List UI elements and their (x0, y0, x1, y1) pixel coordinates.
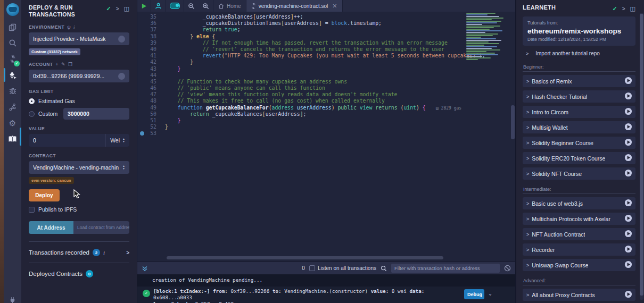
deploy-and-run-icon[interactable] (4, 67, 21, 83)
breakpoint-dot[interactable] (140, 131, 144, 136)
transactions-recorded-row[interactable]: Transactions recorded 2 i > (29, 242, 129, 263)
code-line[interactable]: 45 // Function to check how many cupcake… (137, 79, 485, 85)
terminal-filter-input[interactable] (391, 264, 500, 273)
play-tutorial-icon[interactable] (624, 77, 632, 86)
listen-all-transactions[interactable]: Listen on all transactions (309, 265, 376, 271)
play-tutorial-icon[interactable] (624, 92, 632, 101)
plugin-manager-icon[interactable] (4, 291, 21, 303)
play-tutorial-icon[interactable] (624, 154, 632, 163)
code-line[interactable]: 43 } (137, 66, 485, 72)
environment-info-icon[interactable]: i (73, 24, 75, 30)
play-tutorial-icon[interactable] (624, 290, 632, 299)
deployed-contracts-row[interactable]: Deployed Contracts 0 (29, 263, 129, 284)
tutorial-expand-icon[interactable]: > (526, 292, 529, 298)
tutorial-expand-icon[interactable]: > (526, 201, 529, 206)
tutorial-expand-icon[interactable]: > (526, 94, 529, 99)
solidity-compiler-icon[interactable]: ✓ (4, 51, 21, 67)
play-tutorial-icon[interactable] (624, 260, 632, 270)
account-select[interactable]: 0xf39...92266 (9999.99929... (29, 70, 129, 82)
code-line[interactable]: 41 revert("HTTP 429: Too Many Cupcakes (… (137, 53, 485, 59)
tutorial-item[interactable]: >Hash Checker Tutorial (523, 90, 635, 103)
tutorial-expand-icon[interactable]: > (526, 216, 529, 222)
learneth-plugin-icon[interactable] (4, 131, 21, 147)
at-address-input[interactable]: Load contract from Addres (73, 221, 129, 234)
plug-icon[interactable]: ψ (67, 24, 71, 30)
tutorial-item[interactable]: >Uniswap Swap Course (523, 259, 635, 271)
editor-horizontal-scrollbar[interactable] (167, 256, 443, 259)
play-tutorial-icon[interactable] (624, 123, 632, 132)
play-tutorial-icon[interactable] (624, 199, 632, 208)
code-line[interactable]: 36 _cupcakeDistributionTimes[userAddress… (137, 20, 485, 27)
code-line[interactable]: 44 (137, 72, 485, 79)
custom-gas-radio[interactable] (29, 111, 35, 117)
tutorial-expand-icon[interactable]: > (526, 263, 529, 268)
code-line[interactable]: 40 // 'revert' cancels the transaction a… (137, 46, 485, 53)
tutorial-item[interactable]: >Multisig Wallet (523, 121, 635, 133)
learneth-scrollbar-thumb[interactable] (640, 14, 643, 296)
code-line[interactable]: 46 // 'public' means anyone can call thi… (137, 85, 485, 91)
transactions-expand-icon[interactable]: > (126, 250, 129, 256)
tutorial-item[interactable]: >Basics of Remix (523, 75, 635, 87)
transaction-log-row[interactable]: ✓ [block:1 txIndex:-] from: 0xf39...9226… (137, 287, 515, 303)
clear-console-icon[interactable] (504, 265, 511, 272)
import-tutorial-repo[interactable]: > Import another tutorial repo (523, 46, 635, 61)
play-tutorial-icon[interactable] (624, 214, 632, 223)
tab-close-icon[interactable]: ✕ (332, 3, 337, 10)
listen-checkbox[interactable] (309, 265, 315, 271)
tutorial-expand-icon[interactable]: > (526, 125, 529, 130)
play-tutorial-icon[interactable] (624, 138, 632, 147)
play-tutorial-icon[interactable] (624, 107, 632, 116)
remix-logo-icon[interactable] (4, 0, 21, 19)
transactions-info-icon[interactable]: i (103, 249, 105, 256)
tutorial-item[interactable]: >NFT Auction Contract (523, 228, 635, 240)
learneth-collapse-icon[interactable]: > (622, 6, 625, 12)
play-tutorial-icon[interactable] (624, 169, 632, 178)
zoom-in-button[interactable] (199, 0, 213, 12)
tutorial-expand-icon[interactable]: > (526, 140, 529, 146)
code-line[interactable]: 37 return true; (137, 27, 485, 33)
play-tutorial-icon[interactable] (624, 230, 632, 239)
estimated-gas-option[interactable]: Estimated Gas (29, 98, 129, 104)
at-address-button[interactable]: At Address (29, 221, 73, 234)
code-line[interactable]: 51 } (137, 117, 485, 124)
tutorial-expand-icon[interactable]: > (526, 79, 529, 84)
debugger-icon[interactable] (4, 83, 21, 99)
minimap[interactable] (466, 13, 509, 64)
tutorial-item[interactable]: >All about Proxy Contracts (523, 289, 635, 301)
code-line[interactable]: 42 } (137, 59, 485, 65)
edit-account-icon[interactable]: ✎ (61, 62, 65, 67)
tutorial-expand-icon[interactable]: > (526, 171, 529, 176)
tutorial-item[interactable]: >Multichain Protocols with Axelar (523, 213, 635, 225)
code-line[interactable]: 48 // This makes it free to call (no gas… (137, 98, 485, 104)
custom-gas-option[interactable]: Custom 3000000 (29, 108, 129, 120)
code-line[interactable]: 50 return _cupcakeBalances[userAddress]; (137, 111, 485, 117)
tutorial-expand-icon[interactable]: > (526, 232, 529, 237)
unit-stepper-icon[interactable]: ▲▼ (122, 138, 125, 143)
solidity-analyzer-icon[interactable] (4, 99, 21, 115)
ai-toggle[interactable] (166, 0, 184, 12)
contract-select[interactable]: VendingMachine - vending-machin ▲▼ (29, 161, 129, 174)
play-tutorial-icon[interactable] (624, 245, 632, 254)
panel-collapse-icon[interactable]: > (116, 6, 119, 12)
publish-ipfs-checkbox[interactable] (29, 207, 35, 213)
code-line[interactable]: 35 _cupcakeBalances[userAddress]++; (137, 14, 485, 20)
settings-icon[interactable]: ⚙ (4, 115, 21, 131)
environment-select[interactable]: Injected Provider - MetaMask (29, 32, 129, 45)
publish-ipfs-option[interactable]: Publish to IPFS (29, 206, 129, 213)
tutorial-item[interactable]: >Recorder (523, 243, 635, 256)
zoom-out-button[interactable] (184, 0, 199, 12)
run-script-button[interactable] (137, 0, 151, 12)
terminal-output[interactable]: creation of VendingMachine pending... ✓ … (137, 274, 515, 303)
custom-gas-input[interactable]: 3000000 (63, 108, 129, 120)
tab-home[interactable]: Home (213, 0, 246, 12)
tutorial-expand-icon[interactable]: > (526, 110, 529, 115)
tx-expand-icon[interactable]: ⌄ (489, 290, 492, 296)
code-line[interactable]: 52} (137, 124, 485, 130)
value-unit-select[interactable]: Wei ▲▼ (105, 134, 129, 147)
tutorial-item[interactable]: >Basic use of web3.js (523, 197, 635, 209)
code-line[interactable]: 53 (137, 130, 485, 137)
estimated-gas-radio[interactable] (29, 98, 35, 104)
copy-account-icon[interactable]: ❐ (68, 62, 72, 67)
code-line[interactable]: 49 function getCupcakeBalanceFor(address… (137, 105, 485, 111)
tutorial-expand-icon[interactable]: > (526, 247, 529, 252)
